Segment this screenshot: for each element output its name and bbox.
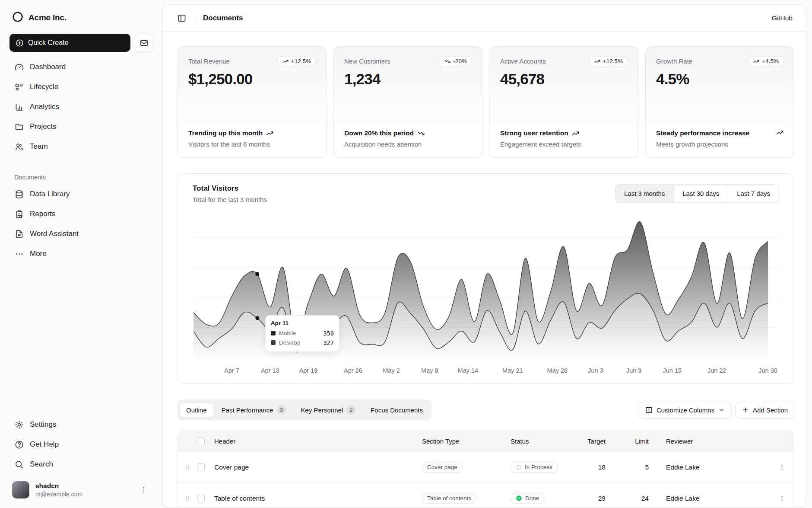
ellipsis-icon — [14, 249, 24, 259]
reviewer-cell[interactable]: Eddie Lake — [649, 495, 770, 502]
stat-card-title: Total Revenue — [188, 56, 230, 65]
stat-card-value: 45,678 — [500, 70, 628, 88]
sidebar-item-label: Lifecycle — [30, 83, 58, 91]
stat-card-growth-rate: Growth Rate +4.5% 4.5% Steady performanc… — [645, 46, 794, 158]
sidebar-item-analytics[interactable]: Analytics — [10, 97, 153, 117]
sidebar-item-data-library[interactable]: Data Library — [10, 184, 153, 204]
sidebar-item-dashboard[interactable]: Dashboard — [10, 57, 153, 77]
stat-card-footer-title: Trending up this month — [188, 129, 263, 138]
stat-card-title: New Customers — [344, 56, 390, 65]
brand-name: Acme Inc. — [29, 13, 67, 22]
table-row[interactable]: Cover page Cover page In Process 18 5 Ed… — [178, 451, 794, 482]
user-name: shadcn — [35, 482, 82, 490]
add-section-button[interactable]: Add Section — [736, 402, 794, 419]
sidebar-item-label: Analytics — [30, 102, 59, 111]
select-all-checkbox[interactable] — [197, 438, 205, 445]
sidebar-toggle-button[interactable] — [175, 11, 189, 25]
svg-text:May 8: May 8 — [421, 367, 438, 374]
loader-icon — [516, 464, 522, 470]
target-cell[interactable]: 29 — [575, 495, 606, 502]
sidebar-item-lifecycle[interactable]: Lifecycle — [10, 77, 153, 97]
inbox-mail-button[interactable] — [135, 34, 153, 52]
user-menu-kebab-icon[interactable] — [137, 483, 150, 496]
users-icon — [14, 142, 24, 151]
drag-handle-icon[interactable] — [178, 495, 197, 502]
brand[interactable]: Acme Inc. — [10, 10, 153, 30]
sidebar-item-reports[interactable]: Reports — [10, 204, 153, 224]
tab-past-performance[interactable]: Past Performance 3 — [215, 401, 293, 419]
desktop-swatch — [271, 340, 276, 345]
col-section-type: Section Type — [422, 438, 511, 445]
sidebar-item-label: Team — [30, 142, 48, 151]
plus-icon — [742, 406, 749, 413]
drag-handle-icon[interactable] — [178, 464, 197, 471]
trending-up-icon — [266, 130, 273, 137]
col-target: Target — [575, 438, 606, 445]
sidebar-item-label: Reports — [30, 210, 56, 218]
help-circle-icon — [14, 440, 24, 449]
columns-icon — [645, 406, 653, 414]
sidebar-item-get-help[interactable]: Get Help — [10, 435, 153, 454]
limit-cell[interactable]: 5 — [606, 463, 649, 471]
sidebar-item-team[interactable]: Team — [10, 137, 153, 157]
sidebar-item-settings[interactable]: Settings — [10, 415, 153, 435]
row-actions-kebab-icon[interactable] — [770, 495, 794, 502]
list-todo-icon — [14, 83, 24, 92]
section-type-badge: Cover page — [422, 462, 463, 473]
stat-card-new-customers: New Customers -20% 1,234 Down 20% this p… — [333, 46, 482, 158]
section-type-badge: Table of contents — [422, 493, 476, 504]
tab-key-personnel[interactable]: Key Personnel 2 — [294, 401, 363, 419]
sidebar-item-search[interactable]: Search — [10, 454, 153, 474]
trending-up-icon — [282, 58, 289, 64]
sidebar: Acme Inc. Quick Create Dashboard — [0, 0, 162, 508]
svg-text:Jun 30: Jun 30 — [758, 367, 777, 374]
user-menu[interactable]: shadcn m@example.com — [10, 474, 153, 500]
folder-icon — [14, 122, 24, 131]
sidebar-item-projects[interactable]: Projects — [10, 117, 153, 137]
reviewer-cell[interactable]: Eddie Lake — [649, 463, 770, 471]
range-last-7-days[interactable]: Last 7 days — [728, 185, 779, 202]
chart-area[interactable]: Apr 7Apr 13Apr 19Apr 26May 2May 8May 14M… — [178, 206, 794, 377]
trending-up-icon — [776, 129, 783, 136]
database-icon — [14, 190, 24, 199]
quick-create-button[interactable]: Quick Create — [10, 34, 130, 52]
row-header-cell[interactable]: Table of contents — [214, 495, 422, 502]
tooltip-series-value: 327 — [323, 339, 333, 346]
tab-outline[interactable]: Outline — [179, 403, 214, 418]
sidebar-item-label: Projects — [30, 122, 56, 131]
range-last-30-days[interactable]: Last 30 days — [673, 185, 728, 202]
svg-text:Apr 26: Apr 26 — [344, 367, 362, 374]
stat-card-title: Active Accounts — [500, 56, 546, 65]
svg-text:May 28: May 28 — [547, 367, 568, 374]
tab-focus-documents[interactable]: Focus Documents — [364, 403, 430, 418]
svg-text:Jun 22: Jun 22 — [707, 367, 726, 374]
chevron-down-icon — [718, 407, 725, 413]
plus-circle-icon — [16, 39, 24, 47]
table-row[interactable]: Table of contents Table of contents Done… — [178, 482, 794, 508]
svg-text:May 14: May 14 — [458, 367, 479, 374]
limit-cell[interactable]: 24 — [606, 495, 649, 502]
user-email: m@example.com — [35, 491, 82, 498]
visitors-area-chart: Apr 7Apr 13Apr 19Apr 26May 2May 8May 14M… — [193, 214, 781, 377]
row-actions-kebab-icon[interactable] — [770, 463, 794, 471]
sidebar-item-label: Dashboard — [30, 63, 66, 71]
tab-count-badge: 2 — [346, 405, 356, 415]
row-checkbox[interactable] — [197, 463, 205, 471]
range-last-3-months[interactable]: Last 3 months — [615, 185, 673, 202]
sidebar-item-more[interactable]: More — [10, 244, 153, 264]
chart-tooltip: Apr 11 Mobile 350 Desktop 327 — [265, 315, 339, 352]
sidebar-item-word-assistant[interactable]: Word Assistant — [10, 224, 153, 244]
sidebar-item-label: Settings — [30, 420, 56, 429]
row-checkbox[interactable] — [197, 495, 205, 502]
range-toggle-group: Last 3 months Last 30 days Last 7 days — [615, 184, 779, 203]
sections-table: Header Section Type Status Target Limit … — [178, 431, 794, 508]
gauge-icon — [14, 63, 24, 72]
github-link[interactable]: GitHub — [772, 14, 793, 22]
tooltip-series-label: Desktop — [279, 339, 301, 346]
row-header-cell[interactable]: Cover page — [214, 463, 422, 471]
stat-card-value: $1,250.00 — [188, 70, 316, 88]
target-cell[interactable]: 18 — [575, 463, 606, 471]
trending-down-icon — [417, 130, 425, 137]
tab-count-badge: 3 — [277, 405, 286, 415]
customize-columns-button[interactable]: Customize Columns — [639, 402, 731, 419]
